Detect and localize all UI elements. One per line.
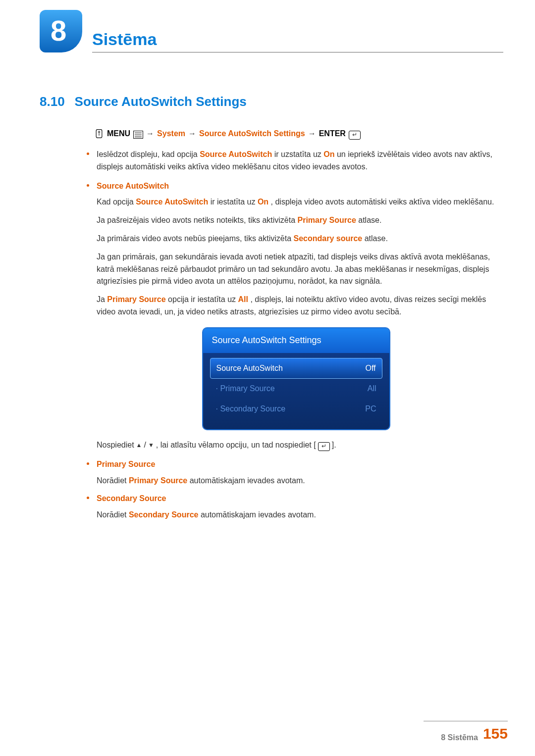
osd-row-value: All [368,383,376,395]
menu-label: MENU [107,129,130,138]
intro-text-pre: Ieslēdzot displeju, kad opcija [97,150,200,158]
p1-em2: On [258,198,268,206]
intro-text-mid1: ir uzstatīta uz [274,150,324,158]
svg-point-1 [99,135,100,136]
section-header: 8.10 Source AutoSwitch Settings [40,94,247,109]
sub-head-primary: Primary Source [97,458,495,471]
content-body: Ieslēdzot displeju, kad opcija Source Au… [87,149,495,527]
osd-graphic: Source AutoSwitch Settings Source AutoSw… [97,327,495,430]
instr-mid: , lai atlasītu vēlamo opciju, un tad nos… [156,439,316,452]
triangle-up-icon: ▲ [136,441,142,450]
menu-icon [133,131,143,139]
secondary-text: Norādiet Secondary Source automātiskajam… [97,509,495,521]
intro-em1: Source AutoSwitch [200,150,272,158]
p5-em1: Primary Source [107,295,165,303]
p3-em: Secondary source [294,234,363,243]
page-footer: 8 Sistēma 155 [441,725,508,742]
para-3: Ja primārais video avots nebūs pieejams,… [97,233,495,245]
secondary-post: automātiskajam ievades avotam. [201,510,316,519]
menu-path: MENU → System → Source AutoSwitch Settin… [94,129,361,139]
p2-em: Primary Source [298,216,356,224]
enter-label: ENTER [319,129,346,138]
chapter-badge: 8 [40,10,82,52]
instruction-line: Nospiediet ▲ / ▼ , lai atlasītu vēlamo o… [97,439,495,452]
osd-row-label: · Primary Source [216,383,275,395]
primary-post: automātiskajam ievades avotam. [190,476,305,485]
bullet-icon [87,497,89,499]
para-2: Ja pašreizējais video avots netiks notei… [97,214,495,227]
breadcrumb-item: Source AutoSwitch Settings [199,129,305,138]
sub-secondary-source: Secondary Source Norādiet Secondary Sour… [87,493,495,521]
osd-row-value: Off [365,362,375,375]
para-5: Ja Primary Source opcija ir iestatīta uz… [97,294,495,318]
sub-source-autoswitch: Source AutoSwitch Kad opcija Source Auto… [87,180,495,452]
primary-text: Norādiet Primary Source automātiskajam i… [97,475,495,487]
p3-pre: Ja primārais video avots nebūs pieejams,… [97,234,294,243]
p5-em2: All [238,295,248,303]
p2-post: atlase. [358,216,381,224]
chapter-number: 8 [51,14,66,47]
p1-mid: ir iestatīta uz [211,198,258,206]
sub-primary-source: Primary Source Norādiet Primary Source a… [87,458,495,487]
arrow-2: → [188,129,196,138]
osd-row-label: Source AutoSwitch [216,362,283,375]
breadcrumb-system: System [157,129,185,138]
arrow-1: → [146,129,154,138]
chapter-title: Sistēma [92,30,503,52]
osd-row-value: PC [365,403,376,415]
instr-post: ]. [332,439,336,452]
enter-icon: ↵ [318,442,330,451]
osd-row-label: · Secondary Source [216,403,286,415]
p5-pre: Ja [97,295,107,303]
primary-pre: Norādiet [97,476,129,485]
secondary-pre: Norādiet [97,510,129,519]
remote-icon [94,129,104,139]
para-1: Kad opcija Source AutoSwitch ir iestatīt… [97,196,495,208]
sub-head-secondary: Secondary Source [97,493,495,505]
bullet-icon [87,184,89,187]
p1-em1: Source AutoSwitch [136,198,208,206]
footer-page-number: 155 [483,725,508,742]
arrow-3: → [308,129,316,138]
p2-pre: Ja pašreizējais video avots netiks notei… [97,216,298,224]
primary-em: Primary Source [129,476,187,485]
osd-row-primary-source: · Primary Source All [210,379,382,399]
section-number: 8.10 [40,94,65,109]
para-4: Ja gan primārais, gan sekundārais ievada… [97,251,495,288]
osd-row-source-autoswitch: Source AutoSwitch Off [210,358,382,379]
triangle-down-icon: ▼ [148,441,154,450]
bullet-icon [87,152,89,155]
p3-post: atlase. [365,234,388,243]
p5-mid: opcija ir iestatīta uz [168,295,238,303]
instr-pre: Nospiediet [97,439,134,452]
p1-post: , displeja video avots automātiski veiks… [271,198,494,206]
intro-bullet: Ieslēdzot displeju, kad opcija Source Au… [87,149,495,173]
footer-divider [424,721,508,721]
sub-head-autoswitch: Source AutoSwitch [97,180,495,193]
intro-em2: On [323,150,334,158]
osd-title: Source AutoSwitch Settings [203,328,389,353]
footer-chapter-label: 8 Sistēma [441,733,478,742]
instr-slash: / [144,439,146,452]
osd-row-secondary-source: · Secondary Source PC [210,399,382,419]
p1-pre: Kad opcija [97,198,136,206]
chapter-header: 8 Sistēma [40,10,503,52]
enter-icon: ↵ [349,131,361,140]
section-title: Source AutoSwitch Settings [75,94,247,109]
bullet-icon [87,462,89,465]
secondary-em: Secondary Source [129,510,199,519]
